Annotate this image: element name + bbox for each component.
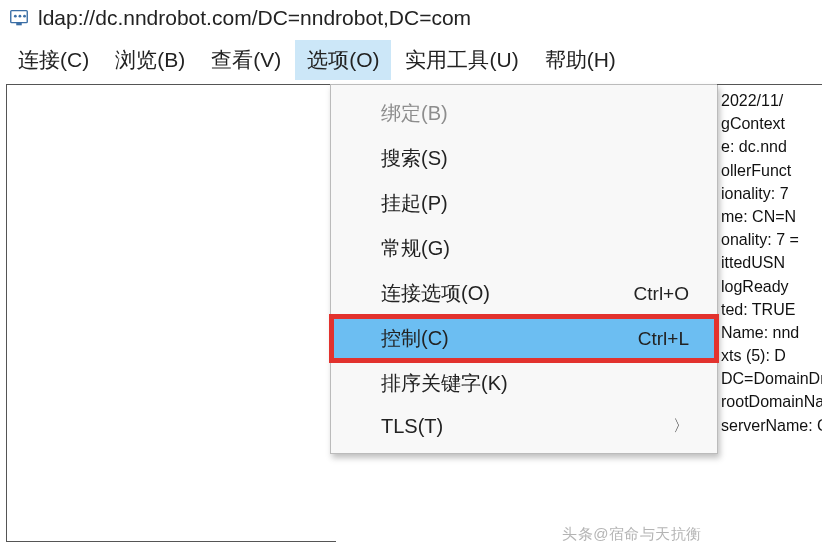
- svg-point-4: [23, 15, 26, 18]
- menu-help[interactable]: 帮助(H): [533, 40, 628, 80]
- details-line: onality: 7 =: [721, 228, 822, 251]
- svg-point-2: [14, 15, 17, 18]
- details-line: Name: nnd: [721, 321, 822, 344]
- menu-browse[interactable]: 浏览(B): [103, 40, 197, 80]
- svg-rect-1: [16, 23, 22, 26]
- dropdown-bind: 绑定(B): [331, 91, 717, 136]
- dropdown-search[interactable]: 搜索(S): [331, 136, 717, 181]
- details-line: gContext: [721, 112, 822, 135]
- details-line: serverName: CN=DC,C: [721, 414, 822, 437]
- menu-tools[interactable]: 实用工具(U): [393, 40, 530, 80]
- watermark: 头条@宿命与天抗衡: [562, 525, 702, 544]
- details-line: e: dc.nnd: [721, 135, 822, 158]
- menu-options[interactable]: 选项(O): [295, 40, 391, 80]
- details-line: me: CN=N: [721, 205, 822, 228]
- dropdown-bind-label: 绑定(B): [381, 100, 448, 127]
- dropdown-general-label: 常规(G): [381, 235, 450, 262]
- details-line: ollerFunct: [721, 159, 822, 182]
- ldap-app-icon: [8, 7, 30, 29]
- dropdown-control[interactable]: 控制(C) Ctrl+L: [331, 316, 717, 361]
- details-line: rootDomainNamingCo: [721, 390, 822, 413]
- details-line: 2022/11/: [721, 89, 822, 112]
- dropdown-tls[interactable]: TLS(T) 〉: [331, 406, 717, 447]
- dropdown-control-shortcut: Ctrl+L: [638, 328, 689, 350]
- details-line: ionality: 7: [721, 182, 822, 205]
- details-line: xts (5): D: [721, 344, 822, 367]
- dropdown-connection-options-shortcut: Ctrl+O: [634, 283, 689, 305]
- dropdown-search-label: 搜索(S): [381, 145, 448, 172]
- menu-bar: 连接(C) 浏览(B) 查看(V) 选项(O) 实用工具(U) 帮助(H): [0, 36, 822, 84]
- dropdown-general[interactable]: 常规(G): [331, 226, 717, 271]
- options-dropdown: 绑定(B) 搜索(S) 挂起(P) 常规(G) 连接选项(O) Ctrl+O 控…: [330, 84, 718, 454]
- content-area: 绑定(B) 搜索(S) 挂起(P) 常规(G) 连接选项(O) Ctrl+O 控…: [0, 84, 822, 542]
- title-bar: ldap://dc.nndrobot.com/DC=nndrobot,DC=co…: [0, 0, 822, 36]
- details-pane[interactable]: 2022/11/ gContext e: dc.nnd ollerFunct i…: [717, 84, 822, 437]
- dropdown-sort-keywords[interactable]: 排序关键字(K): [331, 361, 717, 406]
- dropdown-tls-label: TLS(T): [381, 415, 443, 438]
- details-line: ittedUSN: [721, 251, 822, 274]
- chevron-right-icon: 〉: [673, 416, 689, 437]
- menu-view[interactable]: 查看(V): [199, 40, 293, 80]
- dropdown-control-label: 控制(C): [381, 325, 449, 352]
- dropdown-sort-keywords-label: 排序关键字(K): [381, 370, 508, 397]
- dropdown-connection-options-label: 连接选项(O): [381, 280, 490, 307]
- dropdown-connection-options[interactable]: 连接选项(O) Ctrl+O: [331, 271, 717, 316]
- details-line: DC=DomainDnsZo: [721, 367, 822, 390]
- svg-point-3: [19, 15, 22, 18]
- dropdown-suspend-label: 挂起(P): [381, 190, 448, 217]
- dropdown-suspend[interactable]: 挂起(P): [331, 181, 717, 226]
- window-title: ldap://dc.nndrobot.com/DC=nndrobot,DC=co…: [38, 6, 471, 30]
- tree-pane[interactable]: [6, 84, 336, 542]
- menu-connect[interactable]: 连接(C): [6, 40, 101, 80]
- details-line: logReady: [721, 275, 822, 298]
- details-line: ted: TRUE: [721, 298, 822, 321]
